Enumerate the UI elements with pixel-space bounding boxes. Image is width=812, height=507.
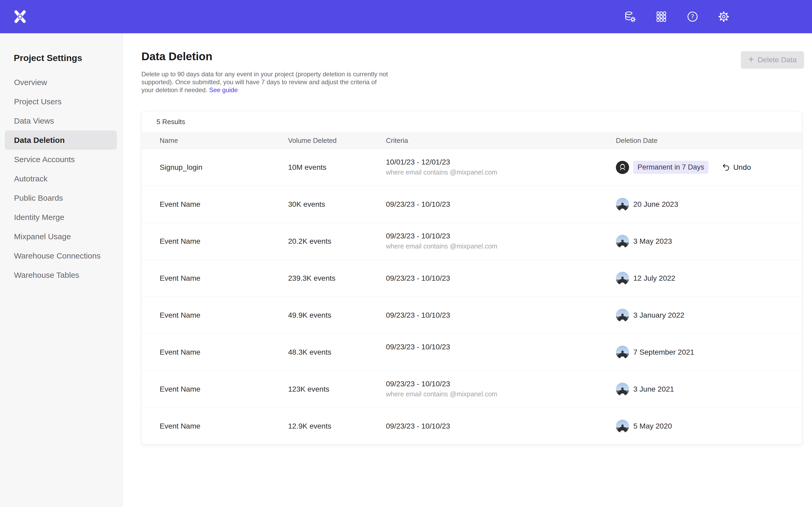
criteria-range: 09/23/23 - 10/10/23 xyxy=(386,311,616,320)
name-cell: Event Name xyxy=(160,385,288,393)
avatar xyxy=(616,419,629,433)
volume-cell: 49.9K events xyxy=(288,311,386,320)
criteria-range: 09/23/23 - 10/10/23 xyxy=(386,343,616,351)
deletion-date: 12 July 2022 xyxy=(633,274,675,283)
table-row: Event Name 30K events 09/23/23 - 10/10/2… xyxy=(142,186,802,223)
sidebar-item-service-accounts[interactable]: Service Accounts xyxy=(5,150,117,169)
deletion-table-card: 5 Results Name Volume Deleted Criteria D… xyxy=(141,111,802,445)
name-cell: Signup_login xyxy=(160,163,288,172)
deletion-date: 3 May 2023 xyxy=(633,237,672,245)
avatar xyxy=(616,309,629,322)
mixpanel-logo-icon[interactable] xyxy=(13,10,27,23)
topbar: ? xyxy=(0,0,812,33)
description-text: Delete up to 90 days data for any event … xyxy=(141,70,388,94)
table-header: Name Volume Deleted Criteria Deletion Da… xyxy=(142,132,802,149)
sidebar-item-overview[interactable]: Overview xyxy=(5,73,117,92)
sidebar-item-project-users[interactable]: Project Users xyxy=(5,92,117,111)
table-row: Event Name 20.2K events 09/23/23 - 10/10… xyxy=(142,223,802,260)
criteria-cell: 09/23/23 - 10/10/23 where email contains… xyxy=(386,380,616,398)
criteria-range: 09/23/23 - 10/10/23 xyxy=(386,232,616,240)
sidebar-item-mixpanel-usage[interactable]: Mixpanel Usage xyxy=(5,227,117,246)
sidebar-item-warehouse-tables[interactable]: Warehouse Tables xyxy=(5,265,117,285)
criteria-cell: 09/23/23 - 10/10/23 xyxy=(386,422,616,431)
plus-icon: + xyxy=(748,55,754,64)
name-cell: Event Name xyxy=(160,311,288,320)
criteria-cell: 09/23/23 - 10/10/23 xyxy=(386,311,616,320)
table-row: Event Name 49.9K events 09/23/23 - 10/10… xyxy=(142,296,802,334)
volume-cell: 48.3K events xyxy=(288,348,386,356)
sidebar-item-identity-merge[interactable]: Identity Merge xyxy=(5,208,117,227)
column-header-volume: Volume Deleted xyxy=(288,136,386,145)
deletion-date-cell: Permanent in 7 Days Undo xyxy=(616,161,802,174)
page-title: Data Deletion xyxy=(141,50,390,63)
undo-label: Undo xyxy=(733,163,751,172)
apps-grid-icon[interactable] xyxy=(655,10,668,23)
avatar xyxy=(616,161,629,174)
sidebar-nav: Overview Project Users Data Views Data D… xyxy=(0,73,123,285)
volume-cell: 123K events xyxy=(288,385,386,393)
volume-cell: 20.2K events xyxy=(288,237,386,245)
criteria-range: 09/23/23 - 10/10/23 xyxy=(386,274,616,283)
page-description: Delete up to 90 days data for any event … xyxy=(141,70,390,94)
sidebar-item-public-boards[interactable]: Public Boards xyxy=(5,188,117,208)
main-content: Data Deletion Delete up to 90 days data … xyxy=(123,33,812,507)
column-header-deletion-date: Deletion Date xyxy=(616,136,802,145)
deletion-date-cell: 3 June 2021 xyxy=(616,383,802,396)
criteria-filter xyxy=(386,353,616,361)
table-row: Event Name 123K events 09/23/23 - 10/10/… xyxy=(142,371,802,407)
sidebar-item-data-deletion[interactable]: Data Deletion xyxy=(5,130,117,150)
see-guide-link[interactable]: See guide xyxy=(209,87,238,94)
deletion-date-cell: 3 January 2022 xyxy=(616,309,802,322)
results-count: 5 Results xyxy=(142,111,802,132)
column-header-name: Name xyxy=(160,136,288,145)
criteria-filter: where email contains @mixpanel.com xyxy=(386,168,616,177)
deletion-date: 3 June 2021 xyxy=(633,385,674,393)
criteria-filter: where email contains @mixpanel.com xyxy=(386,390,616,398)
sidebar-item-data-views[interactable]: Data Views xyxy=(5,111,117,130)
sidebar-item-warehouse-connections[interactable]: Warehouse Connections xyxy=(5,246,117,265)
svg-text:?: ? xyxy=(691,13,694,20)
criteria-cell: 09/23/23 - 10/10/23 xyxy=(386,200,616,209)
criteria-range: 10/01/23 - 12/01/23 xyxy=(386,158,616,166)
delete-data-button[interactable]: + Delete Data xyxy=(741,51,804,69)
deletion-date-cell: 20 June 2023 xyxy=(616,198,802,211)
volume-cell: 12.9K events xyxy=(288,422,386,431)
criteria-range: 09/23/23 - 10/10/23 xyxy=(386,422,616,431)
avatar xyxy=(616,272,629,285)
undo-button[interactable]: Undo xyxy=(722,163,751,172)
criteria-cell: 09/23/23 - 10/10/23 xyxy=(386,274,616,283)
app: ? xyxy=(0,0,812,507)
deletion-date: 7 September 2021 xyxy=(633,348,694,356)
delete-data-label: Delete Data xyxy=(758,56,797,64)
data-management-icon[interactable] xyxy=(624,10,637,23)
undo-icon xyxy=(722,163,730,172)
table-row: Event Name 48.3K events 09/23/23 - 10/10… xyxy=(142,334,802,371)
volume-cell: 10M events xyxy=(288,163,386,172)
page-head: Data Deletion Delete up to 90 days data … xyxy=(141,50,804,94)
name-cell: Event Name xyxy=(160,422,288,431)
sidebar: Project Settings Overview Project Users … xyxy=(0,33,123,507)
topbar-icons: ? xyxy=(624,10,730,23)
criteria-range: 09/23/23 - 10/10/23 xyxy=(386,200,616,209)
deletion-date-cell: 3 May 2023 xyxy=(616,235,802,248)
avatar xyxy=(616,383,629,396)
deletion-date: 20 June 2023 xyxy=(633,200,678,209)
help-icon[interactable]: ? xyxy=(686,10,699,23)
table-row: Event Name 12.9K events 09/23/23 - 10/10… xyxy=(142,407,802,444)
settings-icon[interactable] xyxy=(717,10,730,23)
sidebar-title: Project Settings xyxy=(14,53,123,63)
avatar xyxy=(616,346,629,359)
deletion-date-cell: 12 July 2022 xyxy=(616,272,802,285)
sidebar-item-autotrack[interactable]: Autotrack xyxy=(5,169,117,188)
volume-cell: 239.3K events xyxy=(288,274,386,283)
status-badge: Permanent in 7 Days xyxy=(633,161,708,174)
table-row: Signup_login 10M events 10/01/23 - 12/01… xyxy=(142,149,802,186)
deletion-date: 5 May 2020 xyxy=(633,422,672,431)
deletion-date-cell: 7 September 2021 xyxy=(616,346,802,359)
deletion-date-cell: 5 May 2020 xyxy=(616,419,802,433)
deletion-date: 3 January 2022 xyxy=(633,311,684,320)
table-row: Event Name 239.3K events 09/23/23 - 10/1… xyxy=(142,260,802,296)
criteria-cell: 09/23/23 - 10/10/23 where email contains… xyxy=(386,232,616,250)
criteria-cell: 09/23/23 - 10/10/23 xyxy=(386,343,616,361)
column-header-criteria: Criteria xyxy=(386,136,616,145)
